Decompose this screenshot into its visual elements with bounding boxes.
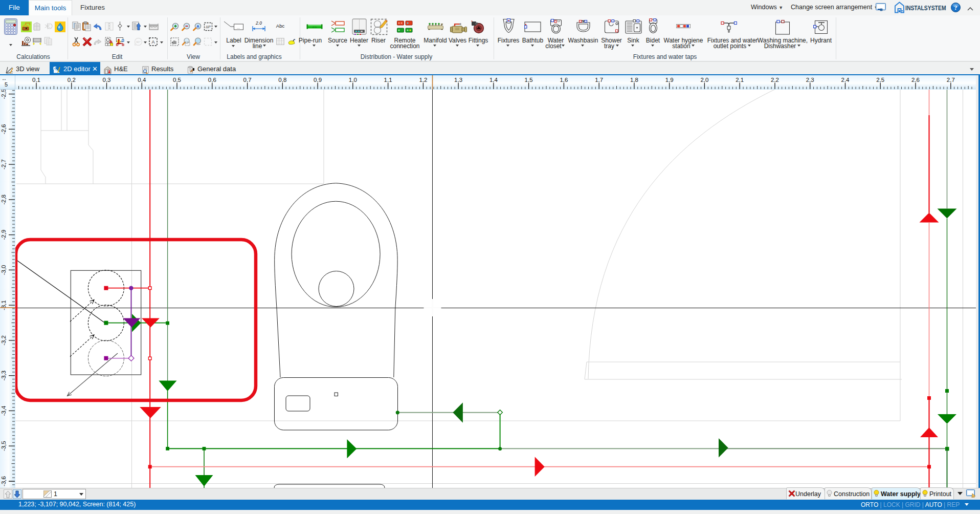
svg-text:2,1: 2,1 bbox=[736, 77, 744, 83]
svg-text:-2,9: -2,9 bbox=[1, 230, 7, 240]
svg-text:2,3: 2,3 bbox=[806, 77, 814, 83]
svg-text:2,4: 2,4 bbox=[841, 77, 850, 83]
svg-text:2,6: 2,6 bbox=[911, 77, 920, 83]
svg-text:-2,8: -2,8 bbox=[1, 195, 7, 205]
svg-text:2.0: 2.0 bbox=[255, 20, 262, 26]
svg-text:2,5: 2,5 bbox=[876, 77, 884, 83]
svg-text:⊂⊃: ⊂⊃ bbox=[313, 26, 317, 29]
svg-text:1,7: 1,7 bbox=[595, 77, 603, 83]
svg-text:0,3: 0,3 bbox=[103, 77, 111, 83]
svg-text:2,2: 2,2 bbox=[771, 77, 779, 83]
svg-text:1,4: 1,4 bbox=[489, 77, 498, 83]
svg-text:-3,5: -3,5 bbox=[1, 441, 7, 451]
svg-text:0,2: 0,2 bbox=[68, 77, 76, 83]
svg-text:1,9: 1,9 bbox=[665, 77, 674, 83]
svg-text:1,1: 1,1 bbox=[384, 77, 392, 83]
svg-text:0,4: 0,4 bbox=[138, 77, 146, 83]
svg-text:1,0: 1,0 bbox=[349, 77, 357, 83]
svg-text:-2,7: -2,7 bbox=[1, 159, 7, 169]
svg-text:1,3: 1,3 bbox=[454, 77, 462, 83]
svg-text:2,7: 2,7 bbox=[947, 77, 955, 83]
svg-text:-3,1: -3,1 bbox=[1, 300, 7, 310]
svg-text:?: ? bbox=[954, 4, 957, 11]
svg-text:A: A bbox=[151, 39, 154, 45]
svg-text:1,8: 1,8 bbox=[630, 77, 638, 83]
svg-text:0,6: 0,6 bbox=[208, 77, 216, 83]
svg-text:-3,0: -3,0 bbox=[1, 265, 7, 275]
svg-text:2,0: 2,0 bbox=[700, 77, 708, 83]
svg-text:1,5: 1,5 bbox=[525, 77, 533, 83]
svg-text:-3,4: -3,4 bbox=[1, 405, 7, 416]
svg-text:0,1: 0,1 bbox=[32, 77, 40, 83]
svg-text:...: ... bbox=[237, 26, 240, 29]
svg-text:Abc: Abc bbox=[276, 24, 285, 28]
svg-text:1,6: 1,6 bbox=[560, 77, 568, 83]
svg-text:-2,6: -2,6 bbox=[1, 124, 7, 134]
svg-text:-3,6: -3,6 bbox=[1, 476, 7, 486]
svg-text:-3,2: -3,2 bbox=[1, 335, 7, 346]
svg-text:-3,3: -3,3 bbox=[1, 371, 7, 381]
svg-text:0,5: 0,5 bbox=[173, 77, 181, 83]
svg-text:90°: 90° bbox=[136, 40, 141, 44]
svg-text:1,2: 1,2 bbox=[419, 77, 427, 83]
svg-text:-2,5: -2,5 bbox=[1, 90, 7, 99]
svg-text:ΔP: ΔP bbox=[206, 25, 211, 29]
svg-text:A: A bbox=[196, 24, 199, 29]
svg-text:0,8: 0,8 bbox=[278, 77, 286, 83]
svg-text:0,9: 0,9 bbox=[314, 77, 322, 83]
svg-text:0,7: 0,7 bbox=[243, 77, 252, 83]
